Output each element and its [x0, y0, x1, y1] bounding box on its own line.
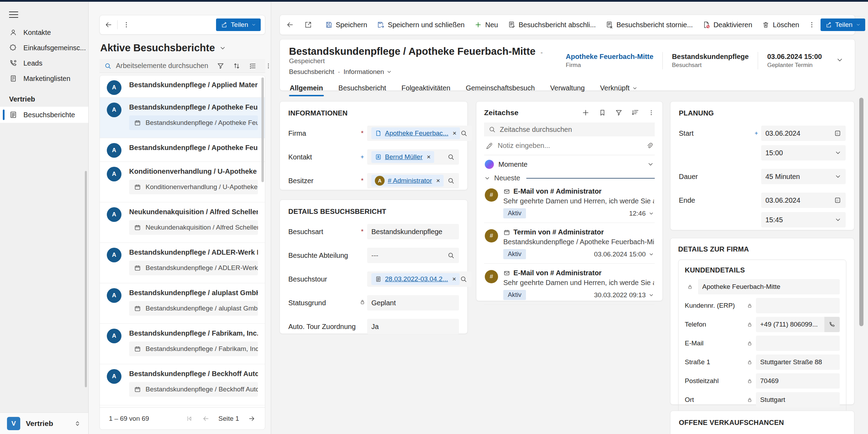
list-item-sub[interactable]: Bestandskundenpflege / Fabrikam, Inc.	[129, 342, 258, 356]
cancel-visit-report-button[interactable]: Besuchsbericht stornie...	[602, 18, 697, 32]
statusgrund-field[interactable]: Geplant	[367, 295, 459, 310]
dauer-field[interactable]: 45 Minuten	[761, 169, 846, 184]
first-page-icon[interactable]	[186, 415, 193, 422]
filter-icon[interactable]	[615, 109, 623, 117]
auto-tour-zuordnung-field[interactable]: Ja	[367, 319, 459, 334]
remove-value-icon[interactable]: ×	[452, 275, 456, 283]
sidebar-item-einkaufsgemeinschaften[interactable]: Einkaufsgemeinsc...	[0, 40, 88, 55]
tab-verwaltung[interactable]: Verwaltung	[549, 81, 585, 97]
sidebar-item-leads[interactable]: Leads	[0, 55, 88, 71]
telefon-field[interactable]: +49 (711) 806099...	[756, 317, 840, 332]
date-picker-icon[interactable]	[834, 196, 841, 204]
note-input[interactable]	[498, 142, 641, 150]
previous-page-icon[interactable]	[202, 415, 209, 422]
list-scrollbar[interactable]	[261, 77, 264, 182]
besitzer-lookup-link[interactable]: # Administrator	[388, 177, 432, 185]
form-selector[interactable]: Informationen	[343, 68, 392, 76]
list-item[interactable]: A Bestandskundenpflege / Beckhoff Automa…	[100, 364, 265, 405]
lookup-search-icon[interactable]	[460, 129, 468, 137]
list-item[interactable]: A Bestandskundenpflege / Apotheke Feuerb…	[100, 138, 265, 162]
ort-field[interactable]: Stuttgart	[756, 392, 840, 407]
kontakt-lookup-link[interactable]: Bernd Müller	[385, 153, 423, 161]
duration-dropdown-icon[interactable]	[834, 173, 841, 180]
area-switcher[interactable]: V Vertrieb	[0, 412, 88, 434]
list-item-sub[interactable]: Bestandskundenpflege / Beckhoff Automa..…	[129, 382, 258, 397]
new-button[interactable]: Neu	[470, 18, 502, 32]
list-item[interactable]: A Bestandskundenpflege / aluplast GmbH B…	[100, 283, 265, 324]
timeline-entry-email[interactable]: # E-Mail von # Administrator Sehr geehrt…	[484, 264, 655, 305]
call-button[interactable]	[824, 317, 840, 332]
tab-gemeinschaftsbesuch[interactable]: Gemeinschaftsbesuch	[465, 81, 535, 97]
sidebar-scrollbar[interactable]	[85, 171, 87, 387]
save-and-close-button[interactable]: Speichern und schließen	[373, 18, 468, 32]
chevron-down-icon[interactable]	[647, 161, 654, 168]
lookup-search-icon[interactable]	[447, 153, 455, 161]
remove-value-icon[interactable]: ×	[436, 177, 440, 185]
besuchsart-field[interactable]: Bestandskundenpflege	[367, 224, 459, 239]
firma-name-field[interactable]: Apotheke Feuerbach-Mitte	[698, 279, 840, 294]
firma-lookup-field[interactable]: Apotheke Feuerbac... ×	[367, 126, 472, 141]
list-item-sub[interactable]: Neukundenakquisition / Alfred Schellenbe…	[129, 220, 258, 235]
timeline-entry-appointment[interactable]: # Termin von # Administrator Bestandskun…	[484, 223, 655, 264]
deactivate-button[interactable]: Deaktivieren	[699, 18, 756, 32]
list-item-selected[interactable]: A Bestandskundenpflege / Apotheke Feuerb…	[100, 98, 265, 138]
next-page-icon[interactable]	[248, 415, 256, 422]
sidebar-item-marketinglisten[interactable]: Marketinglisten	[0, 71, 88, 86]
more-options-icon[interactable]	[648, 109, 655, 116]
besuchte-abteilung-field[interactable]: ---	[367, 248, 459, 263]
expand-chevron-icon[interactable]	[648, 292, 654, 298]
more-options-icon[interactable]	[265, 62, 272, 69]
more-options-icon[interactable]	[123, 21, 130, 29]
list-item-sub[interactable]: Bestandskundenpflege / aluplast GmbH	[129, 301, 258, 316]
time-dropdown-icon[interactable]	[834, 149, 841, 156]
sidebar-item-besuchsberichte[interactable]: Besuchsberichte	[0, 107, 88, 123]
tab-allgemein[interactable]: Allgemein	[289, 81, 324, 97]
postleitzahl-field[interactable]: 70469	[756, 373, 840, 389]
tab-verknuepft[interactable]: Verknüpft	[599, 81, 638, 97]
besitzer-lookup-field[interactable]: A # Administrator ×	[367, 173, 459, 188]
header-expand-chevron[interactable]	[831, 56, 846, 65]
record-share-button[interactable]: Teilen	[821, 18, 865, 31]
strasse-field[interactable]: Stuttgarter Straße 88	[756, 354, 840, 370]
list-item-sub[interactable]: Bestandskundenpflege / Apotheke Feuerb..…	[129, 115, 258, 130]
back-arrow-icon[interactable]	[104, 21, 112, 29]
moments-row[interactable]: Momente	[484, 155, 655, 173]
bookmark-icon[interactable]	[599, 109, 606, 117]
kundennr-field[interactable]	[756, 298, 840, 313]
main-scrollbar[interactable]	[859, 98, 863, 326]
ende-time-field[interactable]: 15:45	[761, 212, 846, 227]
list-item[interactable]: A Neukundenakquisition / Alfred Schellen…	[100, 202, 265, 243]
sidebar-item-kontakte[interactable]: Kontakte	[0, 25, 88, 40]
besuchstour-link[interactable]: 28.03.2022-03.04.2...	[385, 275, 448, 283]
kontakt-lookup-field[interactable]: Bernd Müller ×	[367, 149, 459, 165]
list-item[interactable]: A Bestandskundenpflege / ADLER-Werk Lack…	[100, 243, 265, 283]
filter-icon[interactable]	[217, 62, 224, 70]
more-commands-icon[interactable]	[808, 21, 816, 29]
sort-icon[interactable]	[233, 62, 240, 70]
list-item-sub[interactable]: Konditionenverhandlung / U-Apotheke Kl..…	[129, 180, 258, 194]
paperclip-icon[interactable]	[646, 142, 653, 150]
list-item[interactable]: A Bestandskundenpflege / Fabrikam, Inc. …	[100, 324, 265, 364]
list-item[interactable]: A Bestandskundenpflege / Applied Materia…	[100, 75, 265, 98]
remove-value-icon[interactable]: ×	[427, 153, 431, 161]
date-picker-icon[interactable]	[834, 129, 841, 137]
lookup-search-icon[interactable]	[460, 275, 467, 283]
back-arrow-icon[interactable]	[285, 21, 294, 29]
sort-order-icon[interactable]	[631, 109, 639, 117]
time-dropdown-icon[interactable]	[834, 216, 841, 223]
besuchstour-lookup-field[interactable]: 28.03.2022-03.04.2... ×	[367, 271, 472, 287]
remove-value-icon[interactable]: ×	[453, 129, 457, 137]
lookup-search-icon[interactable]	[447, 252, 455, 259]
expand-chevron-icon[interactable]	[648, 252, 654, 257]
start-date-field[interactable]: 03.06.2024	[761, 126, 846, 141]
add-record-icon[interactable]	[581, 108, 590, 117]
tab-folgeaktivitaeten[interactable]: Folgeaktivitäten	[401, 81, 451, 97]
list-share-button[interactable]: Teilen	[216, 18, 261, 31]
save-button[interactable]: Speichern	[321, 18, 371, 32]
hamburger-menu-icon[interactable]	[9, 9, 18, 20]
complete-visit-report-button[interactable]: Besuchsbericht abschli...	[504, 18, 600, 32]
view-details-icon[interactable]	[249, 62, 257, 70]
list-item-sub[interactable]: Bestandskundenpflege / ADLER-Werk Lac...	[129, 261, 258, 275]
start-time-field[interactable]: 15:00	[761, 145, 846, 160]
expand-chevron-icon[interactable]	[648, 211, 654, 216]
